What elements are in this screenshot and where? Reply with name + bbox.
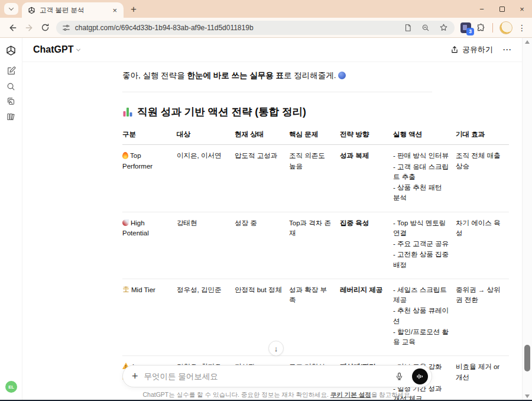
effect-cell: 조직 전체 매출 상승	[456, 145, 509, 212]
fire-emoji-icon	[122, 152, 128, 159]
table-header-row: 구분 대상 현재 상태 핵심 문제 전략 방향 실행 액션 기대 효과	[122, 127, 509, 145]
page-scrollbar[interactable]	[522, 38, 532, 400]
extensions-puzzle-icon[interactable]	[476, 23, 486, 33]
conversation-more-icon[interactable]: ⋯	[502, 44, 511, 55]
strategy-cell: 레버리지 제공	[340, 279, 393, 356]
chatgpt-favicon-icon	[28, 7, 35, 14]
assistant-message: 좋아, 실행 전략을 한눈에 바로 쓰는 실무용 표로 정리해줄게. 직원 성과…	[122, 62, 509, 401]
action-item: - 주요 고객군 공유	[393, 239, 449, 249]
microphone-icon[interactable]	[392, 369, 406, 383]
effect-cell: 중위권 → 상위권 전환	[456, 279, 509, 356]
blue-circle-emoji-icon	[338, 72, 346, 79]
chevron-down-icon	[9, 5, 14, 10]
reading-mode-icon[interactable]	[401, 21, 414, 34]
column-header: 전략 방향	[340, 127, 393, 145]
column-header: 구분	[122, 127, 177, 145]
maximize-button[interactable]	[492, 0, 512, 18]
disclaimer: ChatGPT는 실수를 할 수 있습니다. 중요한 정보는 재차 확인하세요.…	[122, 391, 432, 399]
chat-header: ChatGPT 공유하기 ⋯	[22, 38, 522, 62]
state-cell: 성장 중	[235, 212, 289, 279]
group-cell: High Potential	[122, 212, 177, 279]
strategy-cell: 성과 복제	[340, 145, 393, 212]
profile-avatar[interactable]	[499, 21, 512, 34]
window-controls: − ×	[472, 0, 532, 18]
cookie-settings-link[interactable]: 쿠키 기본 설정	[330, 391, 371, 398]
actions-cell: - 세일즈 스크립트 제공 - 추천 상품 큐레이션 - 할인/프로모션 활용 …	[393, 279, 456, 356]
site-settings-icon[interactable]	[62, 24, 70, 32]
model-switcher[interactable]: ChatGPT	[33, 44, 80, 55]
scroll-to-bottom-button[interactable]: ↓	[268, 341, 284, 356]
browser-menu-icon[interactable]: ⋮	[518, 23, 526, 33]
reload-button[interactable]	[37, 20, 54, 36]
scrollbar-up-arrow-icon[interactable]	[525, 40, 530, 44]
openai-logo-icon[interactable]	[5, 44, 17, 56]
share-button[interactable]: 공유하기	[450, 44, 493, 55]
tab-title: 고객 불편 분석	[40, 6, 106, 15]
action-item: - Top 방식 멘토링 연결	[393, 218, 449, 239]
url-bar[interactable]: chatgpt.com/c/69c4d33b-1b94-83ab-af9e-11…	[56, 21, 455, 35]
target-cell: 이지은, 이서연	[177, 145, 235, 212]
browser-tab[interactable]: 고객 불편 분석 ×	[22, 2, 124, 18]
share-label: 공유하기	[462, 44, 493, 55]
rocket-emoji-icon	[122, 219, 129, 226]
action-item: - 추천 상품 큐레이션	[393, 306, 449, 326]
effect-cell: 차기 에이스 육성	[456, 212, 509, 279]
toolbar-separator	[492, 23, 493, 33]
voice-mode-button[interactable]	[412, 368, 428, 384]
scales-emoji-icon	[122, 286, 129, 293]
scrollbar-thumb[interactable]	[524, 345, 530, 371]
header-actions: 공유하기 ⋯	[450, 44, 511, 55]
browser-window: 고객 불편 분석 × + − × chatgpt.com/c/69c4d33b-…	[0, 0, 532, 401]
intro-text: 좋아, 실행 전략을	[122, 71, 187, 80]
target-cell: 정우성, 김민준	[177, 279, 235, 356]
library-images-icon[interactable]	[5, 95, 17, 107]
books-icon[interactable]	[5, 111, 17, 122]
tab-search-button[interactable]	[4, 3, 18, 15]
tab-strip: 고객 불편 분석 × + − ×	[0, 0, 532, 18]
user-avatar[interactable]: EL	[5, 381, 17, 393]
column-header: 현재 상태	[235, 127, 289, 145]
attach-plus-button[interactable]: +	[132, 371, 138, 381]
action-item: - 세일즈 스크립트 제공	[393, 285, 449, 306]
problem-cell: 성과 확장 부족	[289, 279, 340, 356]
minimize-button[interactable]: −	[472, 0, 492, 18]
effect-cell: 비효율 제거 or 개선	[456, 356, 509, 401]
maximize-icon	[499, 7, 505, 12]
state-cell: 압도적 고성과	[235, 145, 289, 212]
message-input[interactable]	[144, 372, 386, 381]
intro-text-suffix: 로 정리해줄게.	[284, 71, 338, 80]
column-header: 핵심 문제	[289, 127, 340, 145]
column-header: 대상	[177, 127, 235, 145]
strategy-cell: 집중 육성	[340, 212, 393, 279]
table-row: High Potential 강태현 성장 중 Top과 격차 존재 집중 육성…	[122, 212, 509, 279]
pinned-extension-icon[interactable]: 3	[460, 22, 471, 33]
intro-paragraph: 좋아, 실행 전략을 한눈에 바로 쓰는 실무용 표로 정리해줄게.	[122, 70, 432, 82]
toolbar-right: 3 ⋮	[460, 21, 526, 34]
table-row: Mid Tier 정우성, 김민준 안정적 but 정체 성과 확장 부족 레버…	[122, 279, 509, 356]
strategy-table: 구분 대상 현재 상태 핵심 문제 전략 방향 실행 액션 기대 효과 Top …	[122, 127, 509, 401]
forward-button[interactable]	[21, 20, 38, 36]
app-title: ChatGPT	[33, 44, 73, 55]
group-cell: Mid Tier	[122, 279, 177, 356]
column-header: 실행 액션	[393, 127, 456, 145]
url-text[interactable]: chatgpt.com/c/69c4d33b-1b94-83ab-af9e-11…	[75, 24, 397, 32]
table-row: Top Performer 이지은, 이서연 압도적 고성과 조직 의존도 높음…	[122, 145, 509, 212]
browser-toolbar: chatgpt.com/c/69c4d33b-1b94-83ab-af9e-11…	[0, 18, 532, 38]
composer[interactable]: +	[122, 365, 432, 387]
new-chat-icon[interactable]	[5, 65, 17, 77]
action-item: - 고전환 상품 집중 배정	[393, 250, 449, 270]
action-item: - 판매 방식 인터뷰	[393, 151, 449, 161]
disclaimer-text-after: 을 참고하세요.	[371, 391, 412, 398]
zoom-icon[interactable]	[419, 21, 432, 34]
group-cell: Top Performer	[122, 145, 177, 212]
close-button[interactable]: ×	[512, 0, 532, 18]
down-arrow-icon: ↓	[274, 344, 278, 353]
scrollbar-down-arrow-icon[interactable]	[525, 394, 530, 398]
search-icon[interactable]	[5, 80, 17, 92]
tab-close-icon[interactable]: ×	[111, 6, 119, 15]
chatgpt-page: EL ChatGPT 공유하기 ⋯ 좋아, 실행 전략을 한눈에 바로 쓰는 실	[0, 38, 532, 400]
new-tab-button[interactable]: +	[131, 4, 137, 14]
bookmark-star-icon[interactable]	[437, 21, 450, 34]
bar-chart-emoji-icon	[122, 106, 133, 117]
back-button[interactable]	[5, 20, 21, 36]
